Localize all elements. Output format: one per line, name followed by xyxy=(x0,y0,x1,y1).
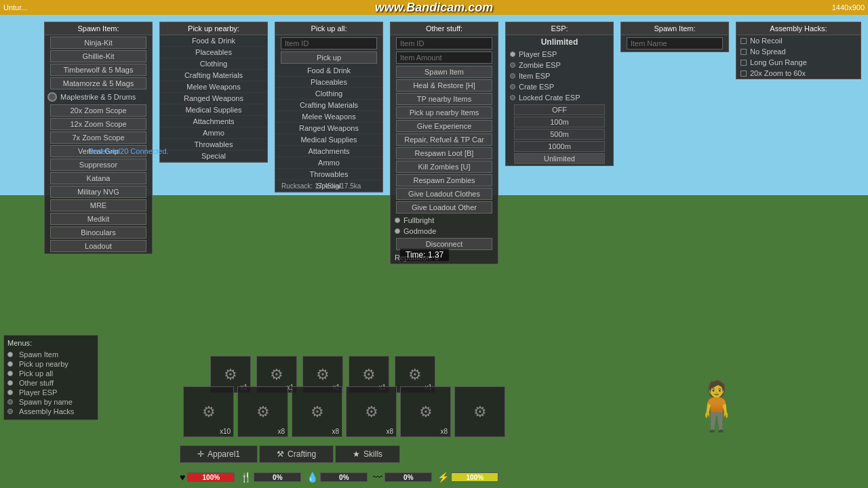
sidebar-item-0[interactable]: Spawn Item xyxy=(7,350,94,359)
esp-range-btn-0[interactable]: 100m xyxy=(514,117,605,127)
other-stuff-btn-5[interactable]: Respawn Loot [B] xyxy=(396,147,492,159)
spawn-item-btn-2[interactable]: Timberwolf & 5 Mags xyxy=(50,64,146,76)
other-stuff-radio-10[interactable]: Fullbright xyxy=(391,215,498,226)
spawn-item-btn-0[interactable]: Ninja-Kit xyxy=(50,37,146,49)
inventory-slot-5[interactable]: ⚙ xyxy=(454,386,505,437)
pickup-all-button[interactable]: Pick up xyxy=(281,52,377,64)
pickup-nearby-item-0[interactable]: Food & Drink xyxy=(160,35,267,47)
assembly-hack-1[interactable]: No Spread xyxy=(736,46,861,57)
pickup-nearby-item-10[interactable]: Special xyxy=(160,150,267,162)
assembly-hack-2[interactable]: Long Gun Range xyxy=(736,57,861,68)
assembly-hack-0[interactable]: No Recoil xyxy=(736,35,861,46)
sidebar-item-4[interactable]: Player ESP xyxy=(7,388,94,397)
spawn-item-btn-10[interactable]: Katana xyxy=(50,172,146,184)
spawn-item-4[interactable]: Maplestrike & 5 Drums xyxy=(45,91,152,103)
spawn-item-button[interactable]: Spawn Item xyxy=(396,66,492,78)
pickup-all-item-1[interactable]: Placeables xyxy=(275,77,382,88)
action-tab-1[interactable]: ⚒Crafting xyxy=(259,445,334,463)
spawn-item-btn-7[interactable]: 7x Zoom Scope xyxy=(50,131,146,144)
radio-dot-11 xyxy=(395,228,400,234)
spawn-item-btn-14[interactable]: Binoculars xyxy=(50,226,146,239)
spawn-item-btn-1[interactable]: Ghillie-Kit xyxy=(50,50,146,62)
other-stuff-btn-7[interactable]: Respawn Zombies xyxy=(396,174,492,186)
esp-radio-4 xyxy=(510,95,515,100)
sidebar-dot-2 xyxy=(7,371,13,376)
top-slot-icon-2: ⚙ xyxy=(316,366,330,384)
other-stuff-btn-1[interactable]: TP nearby Items xyxy=(396,93,492,105)
other-stuff-btn-9[interactable]: Give Loadout Other xyxy=(396,201,492,214)
sidebar-item-2[interactable]: Pick up all xyxy=(7,369,94,378)
sidebar-dot-3 xyxy=(7,380,13,386)
slot-icon-1: ⚙ xyxy=(256,403,270,421)
status-icon-2: 💧 xyxy=(307,472,318,483)
pickup-nearby-item-5[interactable]: Ranged Weapons xyxy=(160,93,267,104)
spawn-item-btn-8[interactable]: Vertical Grip xyxy=(50,145,146,157)
status-bar-4: ⚡ 100% xyxy=(437,472,498,483)
pickup-all-item-6[interactable]: Medical Supplies xyxy=(275,134,382,146)
pickup-all-item-10[interactable]: Special xyxy=(275,180,382,192)
pickup-nearby-item-6[interactable]: Medical Supplies xyxy=(160,104,267,116)
status-bar-text-4: 100% xyxy=(467,474,484,481)
pickup-nearby-item-2[interactable]: Clothing xyxy=(160,58,267,70)
esp-unlimited-button[interactable]: Unlimited xyxy=(514,153,605,164)
other-stuff-btn-6[interactable]: Kill Zombies [U] xyxy=(396,161,492,173)
other-stuff-btn-2[interactable]: Pick up nearby Items xyxy=(396,106,492,119)
inventory-slot-1[interactable]: ⚙x8 xyxy=(237,386,288,437)
esp-item-4[interactable]: Locked Crate ESP xyxy=(506,92,613,103)
pickup-all-item-0[interactable]: Food & Drink xyxy=(275,65,382,77)
pickup-all-item-9[interactable]: Throwables xyxy=(275,169,382,180)
esp-item-2[interactable]: Item ESP xyxy=(506,70,613,81)
esp-item-1[interactable]: Zombie ESP xyxy=(506,60,613,70)
sidebar-item-6[interactable]: Assembly Hacks xyxy=(7,407,94,416)
spawn-item-btn-6[interactable]: 12x Zoom Scope xyxy=(50,118,146,130)
spawn-item-btn-12[interactable]: MRE xyxy=(50,199,146,211)
action-tab-0[interactable]: ✛Apparel1 xyxy=(180,445,258,463)
item-id-input[interactable] xyxy=(396,37,492,49)
esp-item-0[interactable]: Player ESP xyxy=(506,49,613,60)
pickup-all-item-2[interactable]: Clothing xyxy=(275,88,382,100)
esp-off-button[interactable]: OFF xyxy=(514,104,605,115)
pickup-nearby-item-3[interactable]: Crafting Materials xyxy=(160,70,267,81)
inventory-slot-4[interactable]: ⚙x8 xyxy=(400,386,451,437)
spawn-item-btn-11[interactable]: Military NVG xyxy=(50,186,146,198)
pickup-nearby-item-7[interactable]: Attachments xyxy=(160,116,267,127)
esp-range-btn-1[interactable]: 500m xyxy=(514,129,605,140)
spawn-item-btn-15[interactable]: Loadout xyxy=(50,240,146,252)
pickup-nearby-item-9[interactable]: Throwables xyxy=(160,139,267,150)
other-stuff-btn-8[interactable]: Give Loadout Clothes xyxy=(396,188,492,200)
item-name-input[interactable] xyxy=(627,37,723,49)
pickup-all-item-5[interactable]: Ranged Weapons xyxy=(275,123,382,134)
status-bar-text-3: 0% xyxy=(403,474,413,481)
top-slot-icon-1: ⚙ xyxy=(270,366,283,384)
other-stuff-radio-11[interactable]: Godmode xyxy=(391,226,498,237)
pickup-all-item-7[interactable]: Attachments xyxy=(275,146,382,157)
item-amount-input[interactable] xyxy=(396,52,492,64)
pickup-all-input[interactable] xyxy=(281,37,377,49)
spawn-item-btn-13[interactable]: Medkit xyxy=(50,213,146,225)
pickup-nearby-item-1[interactable]: Placeables xyxy=(160,47,267,58)
spawn-item-btn-3[interactable]: Matamorze & 5 Mags xyxy=(50,77,146,89)
sidebar-item-3[interactable]: Other stuff xyxy=(7,378,94,388)
pickup-nearby-item-8[interactable]: Ammo xyxy=(160,127,267,139)
other-stuff-btn-0[interactable]: Heal & Restore [H] xyxy=(396,79,492,92)
esp-item-3[interactable]: Crate ESP xyxy=(506,81,613,92)
pickup-all-item-4[interactable]: Melee Weapons xyxy=(275,111,382,123)
assembly-hack-3[interactable]: 20x Zoom to 60x xyxy=(736,68,861,79)
other-stuff-btn-12[interactable]: Disconnect xyxy=(396,238,492,250)
other-stuff-btn-3[interactable]: Give Experience xyxy=(396,120,492,132)
pickup-nearby-item-4[interactable]: Melee Weapons xyxy=(160,81,267,93)
other-stuff-btn-4[interactable]: Repair, Refuel & TP Car xyxy=(396,134,492,146)
action-tab-2[interactable]: ★Skills xyxy=(335,445,400,463)
sidebar-item-5[interactable]: Spawn by name xyxy=(7,397,94,407)
sidebar-dot-5 xyxy=(7,399,13,405)
inventory-bar: ⚙x10⚙x8⚙x8⚙x8⚙x8⚙ xyxy=(183,386,766,447)
inventory-slot-0[interactable]: ⚙x10 xyxy=(183,386,234,437)
spawn-item-btn-5[interactable]: 20x Zoom Scope xyxy=(50,104,146,117)
pickup-all-item-8[interactable]: Ammo xyxy=(275,157,382,169)
esp-range-btn-2[interactable]: 1000m xyxy=(514,141,605,152)
pickup-all-item-3[interactable]: Crafting Materials xyxy=(275,100,382,111)
inventory-slot-3[interactable]: ⚙x8 xyxy=(346,386,397,437)
sidebar-item-1[interactable]: Pick up nearby xyxy=(7,359,94,369)
inventory-slot-2[interactable]: ⚙x8 xyxy=(292,386,342,437)
spawn-item-btn-9[interactable]: Suppressor xyxy=(50,159,146,171)
